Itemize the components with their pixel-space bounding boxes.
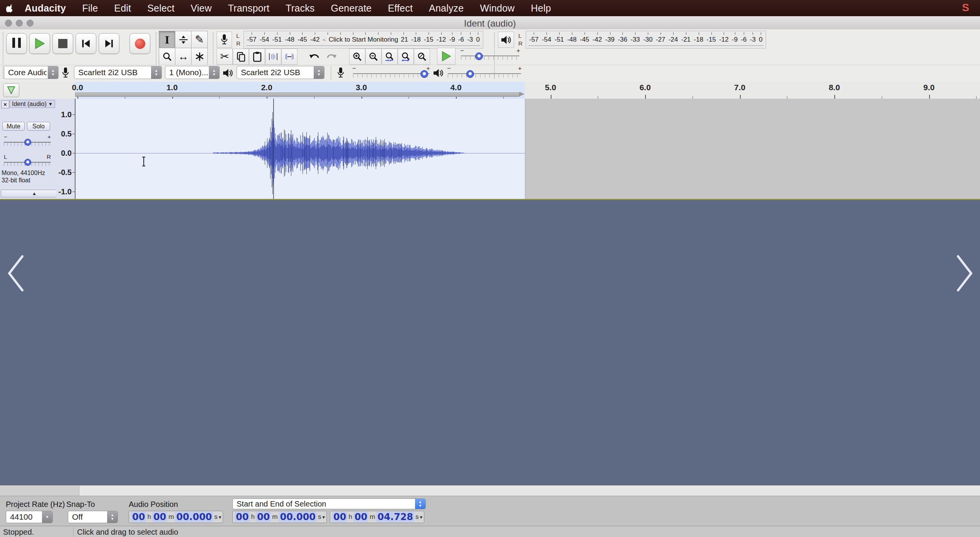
timeshift-tool-button[interactable]: ↔ xyxy=(175,48,192,65)
zoom-in-button[interactable] xyxy=(349,49,365,65)
envelope-tool-button[interactable] xyxy=(175,31,192,48)
trim-audio-button[interactable] xyxy=(265,49,281,65)
playback-meter[interactable]: LR -57-54-51-48-45-42-39-36-33-30-27-24-… xyxy=(526,31,766,49)
window-title: Ident (audio) xyxy=(0,18,980,29)
paste-button[interactable] xyxy=(249,49,265,65)
project-rate-stepper xyxy=(42,511,52,523)
output-volume-slider[interactable]: − + xyxy=(448,68,521,79)
playback-meter-speaker-button[interactable] xyxy=(498,32,514,48)
record-meter-mic-button[interactable] xyxy=(217,32,232,48)
fit-selection-button[interactable] xyxy=(382,49,398,65)
menu-item-analyze[interactable]: Analyze xyxy=(421,3,472,14)
track-close-button[interactable]: × xyxy=(1,100,9,108)
menu-item-window[interactable]: Window xyxy=(472,3,523,14)
fit-project-button[interactable] xyxy=(398,49,414,65)
playback-meter-channels: LR xyxy=(518,32,523,47)
recording-device-select[interactable]: Scarlett 2i2 USB xyxy=(74,66,162,79)
track-name-dropdown[interactable]: Ident (audio) ▼ xyxy=(10,100,55,108)
pause-icon xyxy=(11,38,22,49)
output-volume-speaker-icon xyxy=(433,69,444,77)
scrub-bar[interactable] xyxy=(75,93,519,97)
speaker-icon xyxy=(501,35,511,44)
play-button[interactable] xyxy=(29,33,50,54)
vertical-ruler[interactable]: 1.00.50.0-0.5-1.0 xyxy=(56,99,76,199)
play-at-speed-button[interactable] xyxy=(437,48,456,65)
track-waveform-area[interactable] xyxy=(76,99,980,199)
menu-items: AudacityFileEditSelectViewTransportTrack… xyxy=(17,3,559,14)
draw-tool-button[interactable]: ✎ xyxy=(191,31,208,48)
trim-audio-icon xyxy=(268,53,278,61)
skip-to-end-button[interactable] xyxy=(99,33,119,54)
menu-item-select[interactable]: Select xyxy=(139,3,183,14)
horizontal-scrollbar[interactable] xyxy=(0,485,980,496)
record-button[interactable] xyxy=(129,33,150,54)
apple-menu-icon[interactable] xyxy=(6,4,13,13)
record-icon xyxy=(135,39,145,49)
skip-to-start-icon xyxy=(81,39,91,49)
project-rate-select[interactable]: 44100 xyxy=(6,511,53,523)
waveform[interactable] xyxy=(76,99,526,199)
audio-host-select[interactable]: Core Audio xyxy=(4,66,59,79)
menu-item-view[interactable]: View xyxy=(183,3,220,14)
menu-item-help[interactable]: Help xyxy=(523,3,559,14)
cut-button[interactable]: ✂ xyxy=(217,49,233,65)
ruler-tick-label: 9.0 xyxy=(923,83,935,92)
stop-button[interactable] xyxy=(52,33,73,54)
menubar-status-icon[interactable]: S xyxy=(962,2,969,14)
previous-arrow-button[interactable] xyxy=(5,254,25,293)
output-volume-thumb[interactable] xyxy=(466,70,474,78)
timeline-options-button[interactable] xyxy=(3,83,19,97)
status-state: Stopped. xyxy=(3,528,34,537)
track-bitdepth-info: 32-bit float xyxy=(2,177,30,184)
pan-slider-thumb[interactable] xyxy=(24,159,31,166)
input-volume-thumb[interactable] xyxy=(420,70,428,78)
selection-mode-select[interactable]: Start and End of Selection xyxy=(232,498,426,509)
gain-slider[interactable]: − + xyxy=(4,137,51,147)
zoom-toggle-button[interactable] xyxy=(414,49,430,65)
audacity-screen: AudacityFileEditSelectViewTransportTrack… xyxy=(0,0,980,537)
selection-tool-button[interactable]: I xyxy=(159,31,175,48)
solo-button[interactable]: Solo xyxy=(27,122,50,131)
horizontal-scrollbar-thumb[interactable] xyxy=(0,486,79,496)
paste-icon xyxy=(253,52,262,62)
snap-to-select[interactable]: Off xyxy=(68,511,118,523)
pause-button[interactable] xyxy=(6,33,27,54)
input-volume-slider[interactable]: − + xyxy=(353,68,429,79)
mute-button[interactable]: Mute xyxy=(2,122,25,131)
timeline-ruler[interactable]: 0.01.02.03.04.05.06.07.08.09.0 xyxy=(0,82,980,99)
ruler-tick-label: 0.0 xyxy=(72,83,83,92)
pan-slider[interactable]: L R xyxy=(4,157,51,167)
menu-item-edit[interactable]: Edit xyxy=(106,3,139,14)
recording-channels-select[interactable]: 1 (Mono)... xyxy=(165,66,220,79)
zoom-toggle-icon xyxy=(417,52,427,62)
recording-meter[interactable]: LR -57-54-51-48-45-42-39-36-33-30-27-24-… xyxy=(244,31,483,49)
copy-button[interactable] xyxy=(233,49,249,65)
selection-start-field[interactable]: 00h00m00.000s▾ xyxy=(232,511,327,523)
menu-item-audacity[interactable]: Audacity xyxy=(17,3,74,14)
redo-icon xyxy=(325,52,337,61)
next-arrow-button[interactable] xyxy=(955,254,975,293)
redo-button[interactable] xyxy=(323,49,339,65)
menu-item-effect[interactable]: Effect xyxy=(380,3,421,14)
selection-end-field[interactable]: 00h00m04.728s▾ xyxy=(330,511,424,523)
menu-item-file[interactable]: File xyxy=(74,3,106,14)
multi-tool-button[interactable] xyxy=(191,48,208,65)
silence-audio-button[interactable] xyxy=(281,49,298,65)
gain-slider-thumb[interactable] xyxy=(24,139,31,146)
undo-button[interactable] xyxy=(307,49,323,65)
zoom-tool-button[interactable] xyxy=(159,48,175,65)
playback-device-select[interactable]: Scarlett 2i2 USB xyxy=(237,66,324,79)
play-speed-slider[interactable]: − + xyxy=(461,50,519,62)
zoom-out-button[interactable] xyxy=(365,49,382,65)
play-speed-slider-thumb[interactable] xyxy=(475,52,483,60)
copy-icon xyxy=(236,52,246,62)
ruler-tick-label: 2.0 xyxy=(261,83,272,92)
menu-item-transport[interactable]: Transport xyxy=(220,3,277,14)
menu-item-generate[interactable]: Generate xyxy=(323,3,380,14)
record-meter-channels: LR xyxy=(236,32,240,47)
skip-to-start-button[interactable] xyxy=(76,33,96,54)
track-menu-arrow-icon: ▼ xyxy=(48,101,53,107)
audio-position-field[interactable]: 00h00m00.000s▾ xyxy=(129,511,223,523)
menu-item-tracks[interactable]: Tracks xyxy=(277,3,323,14)
recording-channels-value: 1 (Mono)... xyxy=(169,68,208,77)
